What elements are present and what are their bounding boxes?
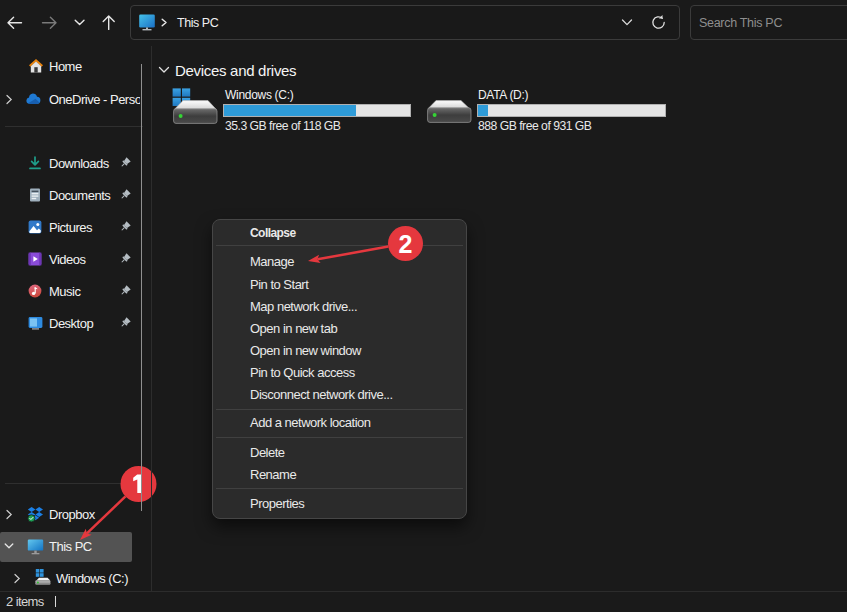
- svg-text:2: 2: [399, 230, 413, 258]
